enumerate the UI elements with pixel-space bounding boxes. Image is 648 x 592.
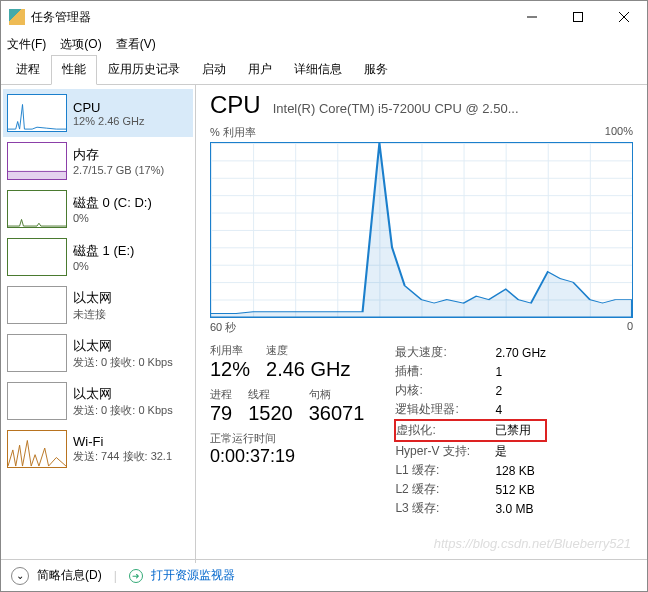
window-title: 任务管理器 — [31, 9, 509, 26]
processes-value: 79 — [210, 402, 232, 425]
sidebar-item-eth0[interactable]: 以太网未连接 — [3, 281, 193, 329]
sidebar: CPU12% 2.46 GHz 内存2.7/15.7 GB (17%) 磁盘 0… — [1, 85, 196, 563]
memory-thumb-icon — [7, 142, 67, 180]
tab-performance[interactable]: 性能 — [51, 55, 97, 85]
sidebar-item-disk1[interactable]: 磁盘 1 (E:)0% — [3, 233, 193, 281]
ethernet-thumb-icon — [7, 334, 67, 372]
sidebar-item-label: 磁盘 0 (C: D:) — [73, 194, 152, 212]
close-button[interactable] — [601, 1, 647, 33]
tab-startup[interactable]: 启动 — [191, 55, 237, 85]
tab-processes[interactable]: 进程 — [5, 55, 51, 85]
sidebar-item-memory[interactable]: 内存2.7/15.7 GB (17%) — [3, 137, 193, 185]
speed-value: 2.46 GHz — [266, 358, 350, 381]
utilization-value: 12% — [210, 358, 250, 381]
cpu-thumb-icon — [7, 94, 67, 132]
tab-services[interactable]: 服务 — [353, 55, 399, 85]
menu-options[interactable]: 选项(O) — [60, 36, 101, 53]
chart-xmin: 0 — [627, 320, 633, 335]
sidebar-item-eth2[interactable]: 以太网发送: 0 接收: 0 Kbps — [3, 377, 193, 425]
svg-rect-4 — [8, 171, 66, 179]
ethernet-thumb-icon — [7, 286, 67, 324]
resmon-icon: ➜ — [129, 569, 143, 583]
watermark: https://blog.csdn.net/Blueberry521 — [434, 536, 631, 551]
tab-app-history[interactable]: 应用历史记录 — [97, 55, 191, 85]
sidebar-item-label: CPU — [73, 100, 145, 115]
disk-thumb-icon — [7, 190, 67, 228]
menu-view[interactable]: 查看(V) — [116, 36, 156, 53]
l1-cache: 128 KB — [495, 461, 546, 480]
tab-bar: 进程 性能 应用历史记录 启动 用户 详细信息 服务 — [1, 55, 647, 85]
uptime-value: 0:00:37:19 — [210, 446, 364, 467]
ethernet-thumb-icon — [7, 382, 67, 420]
cpu-usage-chart — [210, 142, 633, 318]
handles-value: 36071 — [309, 402, 365, 425]
cpu-model: Intel(R) Core(TM) i5-7200U CPU @ 2.50... — [273, 101, 519, 116]
footer-bar: ⌄ 简略信息(D) | ➜ 打开资源监视器 — [1, 559, 647, 591]
main-panel: CPU Intel(R) Core(TM) i5-7200U CPU @ 2.5… — [196, 85, 647, 563]
sidebar-item-label: 以太网 — [73, 289, 112, 307]
wifi-thumb-icon — [7, 430, 67, 468]
sidebar-item-label: Wi-Fi — [73, 434, 172, 449]
sidebar-item-eth1[interactable]: 以太网发送: 0 接收: 0 Kbps — [3, 329, 193, 377]
maximize-button[interactable] — [555, 1, 601, 33]
minimize-button[interactable] — [509, 1, 555, 33]
chart-ylabel: % 利用率 — [210, 125, 256, 140]
disk-thumb-icon — [7, 238, 67, 276]
sidebar-item-label: 磁盘 1 (E:) — [73, 242, 134, 260]
brief-info-link[interactable]: 简略信息(D) — [37, 567, 102, 584]
hyperv-support: 是 — [495, 441, 546, 461]
l2-cache: 512 KB — [495, 480, 546, 499]
sidebar-item-cpu[interactable]: CPU12% 2.46 GHz — [3, 89, 193, 137]
page-title: CPU — [210, 91, 261, 119]
app-icon — [9, 9, 25, 25]
sidebar-item-label: 以太网 — [73, 385, 173, 403]
collapse-icon[interactable]: ⌄ — [11, 567, 29, 585]
virtualization: 已禁用 — [495, 420, 546, 441]
tab-details[interactable]: 详细信息 — [283, 55, 353, 85]
cores: 2 — [495, 381, 546, 400]
sockets: 1 — [495, 362, 546, 381]
svg-rect-1 — [574, 13, 583, 22]
chart-xmax: 60 秒 — [210, 320, 236, 335]
chart-ymax: 100% — [605, 125, 633, 140]
sidebar-item-wifi[interactable]: Wi-Fi发送: 744 接收: 32.1 — [3, 425, 193, 473]
cpu-details-table: 最大速度:2.70 GHz 插槽:1 内核:2 逻辑处理器:4 虚拟化:已禁用 … — [394, 343, 547, 518]
sidebar-item-label: 内存 — [73, 146, 164, 164]
sidebar-item-disk0[interactable]: 磁盘 0 (C: D:)0% — [3, 185, 193, 233]
tab-users[interactable]: 用户 — [237, 55, 283, 85]
menu-file[interactable]: 文件(F) — [7, 36, 46, 53]
logical-processors: 4 — [495, 400, 546, 420]
l3-cache: 3.0 MB — [495, 499, 546, 518]
threads-value: 1520 — [248, 402, 293, 425]
sidebar-item-label: 以太网 — [73, 337, 173, 355]
max-speed: 2.70 GHz — [495, 343, 546, 362]
open-resmon-link[interactable]: 打开资源监视器 — [151, 567, 235, 584]
